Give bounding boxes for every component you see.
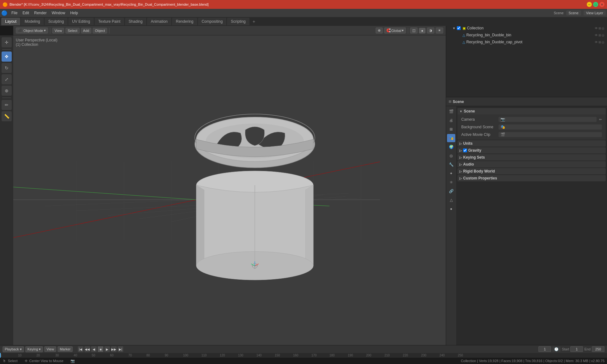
output-props-icon[interactable]: 🖨: [447, 116, 455, 124]
units-section-title[interactable]: ▷ Units: [457, 140, 606, 147]
particles-props-icon[interactable]: ✦: [447, 169, 455, 178]
view-menu[interactable]: View: [52, 28, 64, 33]
render-props-icon[interactable]: 🎬: [447, 107, 455, 116]
viewport-shading-material[interactable]: ◑: [427, 27, 434, 33]
stop-btn[interactable]: ■: [98, 346, 103, 352]
move-tool[interactable]: ✥: [2, 52, 12, 62]
tab-scripting[interactable]: Scripting: [227, 18, 249, 25]
outliner-mesh-1[interactable]: ▷ △ Recycling_bin_Duoble_bin 👁 ⊞ ◎: [446, 32, 607, 39]
frame-mark-240: 240: [439, 354, 445, 357]
select-menu[interactable]: Select: [65, 28, 80, 33]
viewport-header: ⬛ Object Mode ▾ View Select Add Object ⊕…: [13, 26, 446, 35]
menu-bar: 🔵 File Edit Render Window Help Scene Sce…: [0, 9, 607, 17]
gravity-section-title[interactable]: ▷ Gravity: [457, 147, 606, 154]
marker-menu[interactable]: Marker: [58, 346, 73, 352]
scale-tool[interactable]: ⤢: [2, 74, 12, 84]
bg-scene-icon: 🎭: [500, 125, 505, 129]
frame-icon[interactable]: 🕐: [552, 347, 561, 352]
tab-animation[interactable]: Animation: [147, 18, 171, 25]
material-props-icon[interactable]: ●: [447, 205, 455, 213]
viewport-shading-wire[interactable]: ◫: [410, 27, 418, 33]
engine-selector[interactable]: Scene: [554, 11, 563, 15]
physics-props-icon[interactable]: ⚛: [447, 178, 455, 186]
scene-selector[interactable]: Scene: [566, 10, 581, 15]
object-menu[interactable]: Object: [93, 28, 107, 33]
data-props-icon[interactable]: △: [447, 196, 455, 204]
play-reverse-btn[interactable]: ◀: [91, 346, 97, 352]
world-props-icon[interactable]: 🌍: [447, 143, 455, 151]
menu-file[interactable]: File: [9, 10, 20, 16]
3d-viewport[interactable]: User Perspective (Local) (1) Collection …: [13, 35, 496, 345]
jump-end-btn[interactable]: ▶|: [118, 346, 123, 352]
current-frame-input[interactable]: [538, 346, 551, 352]
menu-help[interactable]: Help: [68, 10, 81, 16]
keying-menu[interactable]: Keying ▾: [25, 346, 43, 352]
snap-toggle[interactable]: 🧲 Global ▾: [384, 27, 406, 33]
separator-3: [408, 28, 408, 33]
object-props-icon[interactable]: ◎: [447, 152, 455, 160]
modifier-props-icon[interactable]: 🔧: [447, 161, 455, 169]
custom-properties-title[interactable]: ▷ Custom Properties: [457, 175, 606, 181]
rigid-body-world-title[interactable]: ▷ Rigid Body World: [457, 168, 606, 174]
tab-modeling[interactable]: Modeling: [21, 18, 44, 25]
outliner-mesh-2[interactable]: ▷ △ Recycling_bin_Duoble_cap_pivot 👁 ⊞ ◎: [446, 39, 607, 46]
background-scene-value[interactable]: 🎭: [499, 124, 602, 130]
view-layer-selector[interactable]: View Layer: [584, 10, 606, 15]
active-movie-clip-value[interactable]: 🎬: [499, 132, 602, 137]
camera-edit-icon[interactable]: ✏: [599, 118, 602, 122]
scene-section-title[interactable]: ▼ Scene: [457, 108, 606, 114]
start-frame-input[interactable]: [570, 346, 583, 352]
viewport-shading-rendered[interactable]: ☀: [436, 27, 443, 33]
end-label: End: [584, 347, 591, 351]
custom-properties-section: ▷ Custom Properties: [457, 175, 606, 181]
constraints-props-icon[interactable]: 🔗: [447, 187, 455, 195]
frame-mark-230: 230: [421, 354, 426, 357]
add-workspace-button[interactable]: +: [250, 18, 258, 25]
rotate-tool[interactable]: ↻: [2, 63, 12, 73]
tab-shading[interactable]: Shading: [125, 18, 146, 25]
viewport-shading-solid[interactable]: ●: [419, 28, 426, 33]
frame-mark-110: 110: [201, 354, 207, 357]
end-frame-input[interactable]: [592, 346, 604, 352]
frame-mark-220: 220: [403, 354, 408, 357]
jump-start-btn[interactable]: |◀: [78, 346, 83, 352]
minimize-button[interactable]: ─: [587, 2, 592, 7]
snap-icon: 🧲: [386, 28, 391, 33]
cursor-tool[interactable]: ✛: [2, 37, 12, 47]
menu-render[interactable]: Render: [32, 10, 49, 16]
tab-uv-editing[interactable]: UV Editing: [68, 18, 94, 25]
collection-visibility-checkbox[interactable]: [457, 26, 461, 30]
gravity-checkbox[interactable]: [463, 149, 467, 152]
tab-rendering[interactable]: Rendering: [172, 18, 197, 25]
viewport-mode-text: User Perspective (Local): [16, 38, 57, 42]
mode-selector[interactable]: ⬛ Object Mode ▾: [16, 27, 48, 33]
menu-window[interactable]: Window: [49, 10, 68, 16]
tab-compositing[interactable]: Compositing: [198, 18, 227, 25]
view-layer-props-icon[interactable]: ⊞: [447, 125, 455, 133]
scene-section-arrow: ▼: [459, 110, 463, 113]
camera-value[interactable]: 📷: [499, 117, 597, 122]
transform-tool[interactable]: ⊕: [2, 86, 12, 96]
tab-layout[interactable]: Layout: [1, 18, 20, 25]
audio-section-title[interactable]: ▷ Audio: [457, 161, 606, 167]
step-forward-btn[interactable]: ▶▶: [111, 346, 117, 352]
proportional-edit[interactable]: ⊕: [376, 27, 383, 33]
view-menu[interactable]: View: [44, 346, 56, 352]
add-menu[interactable]: Add: [81, 28, 92, 33]
play-btn[interactable]: ▶: [104, 346, 110, 352]
status-right: Collection | Verts:19,928 | Faces:19,908…: [461, 359, 604, 363]
keying-sets-title[interactable]: ▷ Keying Sets: [457, 154, 606, 161]
scene-props-icon[interactable]: 🎭: [447, 134, 455, 142]
tab-sculpting[interactable]: Sculpting: [45, 18, 68, 25]
playback-buttons: |◀ ◀◀ ◀ ■ ▶ ▶▶ ▶|: [78, 346, 123, 352]
keying-sets-label: Keying Sets: [463, 155, 485, 160]
maximize-button[interactable]: □: [593, 2, 598, 7]
measure-tool[interactable]: 📏: [2, 111, 12, 121]
menu-edit[interactable]: Edit: [20, 10, 32, 16]
close-button[interactable]: ✕: [599, 2, 604, 7]
annotate-tool[interactable]: ✏: [2, 100, 12, 110]
step-back-btn[interactable]: ◀◀: [84, 346, 90, 352]
window-controls[interactable]: ─ □ ✕: [587, 2, 604, 7]
tab-texture-paint[interactable]: Texture Paint: [95, 18, 124, 25]
playback-menu[interactable]: Playback ▾: [3, 346, 24, 352]
